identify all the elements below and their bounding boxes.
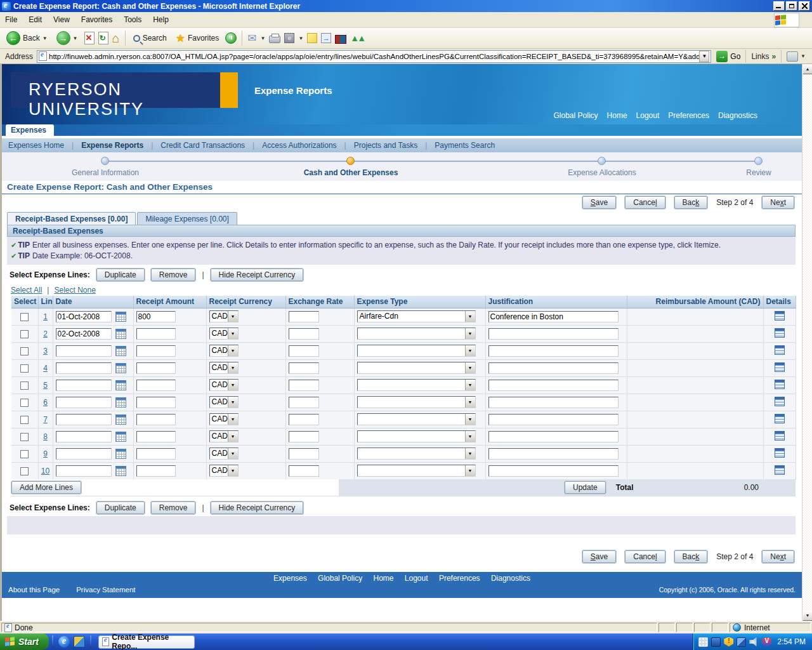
line-number-link[interactable]: 3 <box>43 347 48 355</box>
menu-help[interactable]: Help <box>153 15 169 24</box>
exchange-rate-input[interactable] <box>289 397 319 408</box>
address-input[interactable]: http://finuweb.admin.ryerson.ca:8007/OA_… <box>37 50 711 63</box>
line-number-link[interactable]: 2 <box>43 329 48 338</box>
line-number-link[interactable]: 8 <box>43 432 48 441</box>
details-icon[interactable] <box>775 362 785 372</box>
subnav-projects-and-tasks[interactable]: Projects and Tasks <box>354 141 418 150</box>
justification-input[interactable] <box>488 362 619 374</box>
row-select-checkbox[interactable] <box>20 450 29 458</box>
menu-file[interactable]: File <box>5 15 17 24</box>
receipt-currency-select[interactable]: CAD▼ <box>209 379 239 391</box>
train-dot-icon[interactable] <box>101 157 109 165</box>
browser-extension-button[interactable]: ▼ <box>781 50 811 63</box>
justification-input[interactable] <box>488 465 619 477</box>
receipt-amount-input[interactable] <box>136 397 176 408</box>
select-none-link[interactable]: Select None <box>54 286 95 295</box>
receipt-currency-select[interactable]: CAD▼ <box>209 345 239 357</box>
mail-button[interactable]: ✉ <box>247 32 256 45</box>
date-input[interactable] <box>56 448 112 460</box>
url-text[interactable]: http://finuweb.admin.ryerson.ca:8007/OA_… <box>49 53 699 60</box>
expense-type-select[interactable]: ▼ <box>357 413 476 425</box>
footer-link-expenses[interactable]: Expenses <box>273 574 307 583</box>
receipt-currency-select[interactable]: CAD▼ <box>209 328 239 340</box>
exchange-rate-input[interactable] <box>289 448 319 460</box>
calendar-icon[interactable] <box>115 466 126 476</box>
expense-type-select[interactable]: ▼ <box>357 448 476 460</box>
save-button[interactable]: Save <box>582 550 616 563</box>
details-icon[interactable] <box>775 465 785 475</box>
exchange-rate-input[interactable] <box>289 328 319 340</box>
go-button[interactable]: → Go <box>711 51 745 62</box>
stop-button[interactable]: ✕ <box>84 32 95 44</box>
receipt-amount-input[interactable] <box>136 448 176 460</box>
link-diagnostics[interactable]: Diagnostics <box>718 111 757 120</box>
details-icon[interactable] <box>775 414 785 423</box>
exchange-rate-input[interactable] <box>289 465 319 477</box>
history-button[interactable] <box>225 32 237 44</box>
update-button[interactable]: Update <box>565 481 606 494</box>
row-select-checkbox[interactable] <box>20 364 29 373</box>
scroll-up-icon[interactable]: ▲ <box>802 64 812 74</box>
menu-tools[interactable]: Tools <box>124 15 141 24</box>
menu-favorites[interactable]: Favorites <box>81 15 112 24</box>
remove-button[interactable]: Remove <box>151 269 196 281</box>
line-number-link[interactable]: 6 <box>43 398 48 407</box>
expense-type-select[interactable]: Airfare-Cdn▼ <box>357 310 476 322</box>
calendar-icon[interactable] <box>115 346 126 356</box>
tray-network-activity-icon[interactable] <box>698 637 708 647</box>
details-icon[interactable] <box>775 380 785 389</box>
back-step-button[interactable]: Back <box>674 196 708 209</box>
row-select-checkbox[interactable] <box>20 399 29 407</box>
calendar-icon[interactable] <box>115 329 126 339</box>
scroll-down-icon[interactable]: ▼ <box>802 611 812 621</box>
details-icon[interactable] <box>775 328 785 338</box>
tray-network-icon[interactable] <box>737 637 746 647</box>
footer-link-home[interactable]: Home <box>373 574 393 583</box>
details-icon[interactable] <box>775 311 785 321</box>
receipt-currency-select[interactable]: CAD▼ <box>209 396 239 408</box>
print-button[interactable] <box>269 36 280 43</box>
forward-dropdown-icon[interactable]: ▼ <box>73 36 78 41</box>
date-input[interactable] <box>56 414 112 425</box>
line-number-link[interactable]: 10 <box>41 467 49 475</box>
details-icon[interactable] <box>775 345 785 355</box>
calendar-icon[interactable] <box>115 415 126 425</box>
forward-button[interactable]: → ▼ <box>54 30 81 46</box>
row-select-checkbox[interactable] <box>20 433 29 441</box>
receipt-amount-input[interactable] <box>136 362 176 374</box>
receipt-amount-input[interactable] <box>136 311 176 322</box>
subnav-expense-reports[interactable]: Expense Reports <box>81 141 143 150</box>
date-input[interactable] <box>56 380 112 391</box>
restore-button[interactable] <box>786 1 797 11</box>
exchange-rate-input[interactable] <box>289 311 319 322</box>
hide-receipt-currency-button[interactable]: Hide Receipt Currency <box>211 269 304 281</box>
line-number-link[interactable]: 9 <box>43 449 48 458</box>
minimize-button[interactable] <box>773 1 785 11</box>
receipt-currency-select[interactable]: CAD▼ <box>209 310 239 322</box>
calendar-icon[interactable] <box>115 449 126 459</box>
row-select-checkbox[interactable] <box>20 416 29 424</box>
row-select-checkbox[interactable] <box>20 330 29 338</box>
receipt-amount-input[interactable] <box>136 380 176 391</box>
receipt-currency-select[interactable]: CAD▼ <box>209 413 239 425</box>
discuss-note-button[interactable] <box>307 33 317 43</box>
messenger-button[interactable]: ▲▲ <box>350 33 364 43</box>
next-button[interactable]: Next <box>762 550 794 563</box>
calendar-icon[interactable] <box>115 397 126 408</box>
date-input[interactable] <box>56 328 112 340</box>
expense-type-select[interactable]: ▼ <box>357 379 476 391</box>
receipt-currency-select[interactable]: CAD▼ <box>209 448 239 460</box>
duplicate-button[interactable]: Duplicate <box>96 501 145 514</box>
receipt-amount-input[interactable] <box>136 465 176 477</box>
expense-type-select[interactable]: ▼ <box>357 465 476 477</box>
vertical-scrollbar[interactable]: ▲ ▼ <box>802 64 812 621</box>
calendar-icon[interactable] <box>115 312 126 322</box>
date-input[interactable] <box>56 397 112 408</box>
exchange-rate-input[interactable] <box>289 431 319 442</box>
remove-button[interactable]: Remove <box>151 501 196 514</box>
receipt-amount-input[interactable] <box>136 431 176 442</box>
row-select-checkbox[interactable] <box>20 467 29 475</box>
date-input[interactable] <box>56 362 112 374</box>
duplicate-button[interactable]: Duplicate <box>96 269 145 281</box>
subnav-expenses-home[interactable]: Expenses Home <box>8 141 64 150</box>
